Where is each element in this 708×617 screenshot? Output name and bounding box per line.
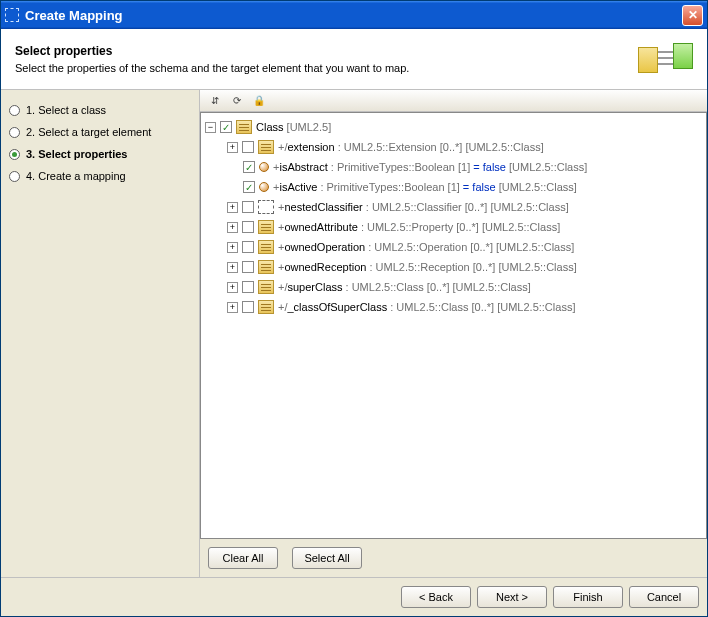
expand-icon[interactable]: + [227,282,238,293]
node-label: +ownedOperation : UML2.5::Operation [0..… [278,241,574,253]
tree-node[interactable]: +isActive : PrimitiveTypes::Boolean [1] … [203,177,704,197]
properties-panel: ⇵ ⟳ 🔒 − Class [UML2.5] ++/extension : UM… [199,90,707,577]
node-label: +isActive : PrimitiveTypes::Boolean [1] … [273,181,577,193]
radio-icon [9,149,20,160]
checkbox[interactable] [243,181,255,193]
checkbox[interactable] [242,221,254,233]
titlebar[interactable]: Create Mapping ✕ [1,1,707,29]
property-icon [259,182,269,192]
radio-icon [9,171,20,182]
header-banner: Select properties Select the properties … [1,29,707,90]
properties-tree[interactable]: − Class [UML2.5] ++/extension : UML2.5::… [200,112,707,539]
app-icon [5,8,19,22]
node-label: +/_classOfSuperClass : UML2.5::Class [0.… [278,301,575,313]
window-title: Create Mapping [25,8,682,23]
tree-node[interactable]: ++/extension : UML2.5::Extension [0..*] … [203,137,704,157]
checkbox[interactable] [242,261,254,273]
checkbox[interactable] [220,121,232,133]
selection-buttons: Clear All Select All [200,539,707,577]
page-subtitle: Select the properties of the schema and … [15,62,638,74]
tree-node[interactable]: ++/superClass : UML2.5::Class [0..*] [UM… [203,277,704,297]
checkbox[interactable] [242,301,254,313]
sort-button[interactable]: ⟳ [226,92,248,110]
tree-node[interactable]: ++ownedAttribute : UML2.5::Property [0..… [203,217,704,237]
select-all-button[interactable]: Select All [292,547,362,569]
class-icon [258,300,274,314]
tree-toolbar: ⇵ ⟳ 🔒 [200,90,707,112]
lock-icon: 🔒 [253,95,265,106]
tree-node[interactable]: ++ownedOperation : UML2.5::Operation [0.… [203,237,704,257]
step-select-target[interactable]: 2. Select a target element [9,126,191,138]
radio-icon [9,105,20,116]
expand-icon[interactable]: + [227,222,238,233]
close-button[interactable]: ✕ [682,5,703,26]
step-label: 4. Create a mapping [26,170,126,182]
dialog-window: Create Mapping ✕ Select properties Selec… [0,0,708,617]
class-icon [258,280,274,294]
expand-collapse-icon: ⇵ [211,95,219,106]
expand-icon[interactable]: + [227,262,238,273]
wizard-steps: 1. Select a class 2. Select a target ele… [1,90,199,577]
step-label: 3. Select properties [26,148,128,160]
finish-button[interactable]: Finish [553,586,623,608]
checkbox[interactable] [242,241,254,253]
collapse-icon[interactable]: − [205,122,216,133]
sort-icon: ⟳ [233,95,241,106]
dialog-body: 1. Select a class 2. Select a target ele… [1,90,707,577]
node-label: +/extension : UML2.5::Extension [0..*] [… [278,141,544,153]
checkbox[interactable] [243,161,255,173]
node-label: Class [UML2.5] [256,121,331,133]
step-create-mapping[interactable]: 4. Create a mapping [9,170,191,182]
checkbox[interactable] [242,281,254,293]
node-label: +ownedReception : UML2.5::Reception [0..… [278,261,577,273]
step-label: 1. Select a class [26,104,106,116]
tree-node[interactable]: ++nestedClassifier : UML2.5::Classifier … [203,197,704,217]
expand-icon[interactable]: + [227,202,238,213]
class-icon [258,140,274,154]
node-label: +ownedAttribute : UML2.5::Property [0..*… [278,221,560,233]
tree-node[interactable]: ++/_classOfSuperClass : UML2.5::Class [0… [203,297,704,317]
expand-collapse-button[interactable]: ⇵ [204,92,226,110]
close-icon: ✕ [688,8,698,22]
step-select-class[interactable]: 1. Select a class [9,104,191,116]
checkbox[interactable] [242,141,254,153]
class-icon [258,220,274,234]
mapping-graphic-icon [638,39,693,79]
radio-icon [9,127,20,138]
next-button[interactable]: Next > [477,586,547,608]
expand-icon[interactable]: + [227,142,238,153]
class-icon [236,120,252,134]
property-icon [259,162,269,172]
checkbox[interactable] [242,201,254,213]
tree-node[interactable]: +isAbstract : PrimitiveTypes::Boolean [1… [203,157,704,177]
page-title: Select properties [15,44,638,58]
clear-all-button[interactable]: Clear All [208,547,278,569]
class-icon [258,260,274,274]
node-label: +/superClass : UML2.5::Class [0..*] [UML… [278,281,531,293]
tree-root[interactable]: − Class [UML2.5] [203,117,704,137]
tree-node[interactable]: ++ownedReception : UML2.5::Reception [0.… [203,257,704,277]
classifier-icon [258,200,274,214]
lock-button[interactable]: 🔒 [248,92,270,110]
expand-icon[interactable]: + [227,242,238,253]
dialog-footer: < Back Next > Finish Cancel [1,577,707,616]
class-icon [258,240,274,254]
back-button[interactable]: < Back [401,586,471,608]
node-label: +isAbstract : PrimitiveTypes::Boolean [1… [273,161,587,173]
step-label: 2. Select a target element [26,126,151,138]
cancel-button[interactable]: Cancel [629,586,699,608]
expand-icon[interactable]: + [227,302,238,313]
node-label: +nestedClassifier : UML2.5::Classifier [… [278,201,569,213]
step-select-properties[interactable]: 3. Select properties [9,148,191,160]
